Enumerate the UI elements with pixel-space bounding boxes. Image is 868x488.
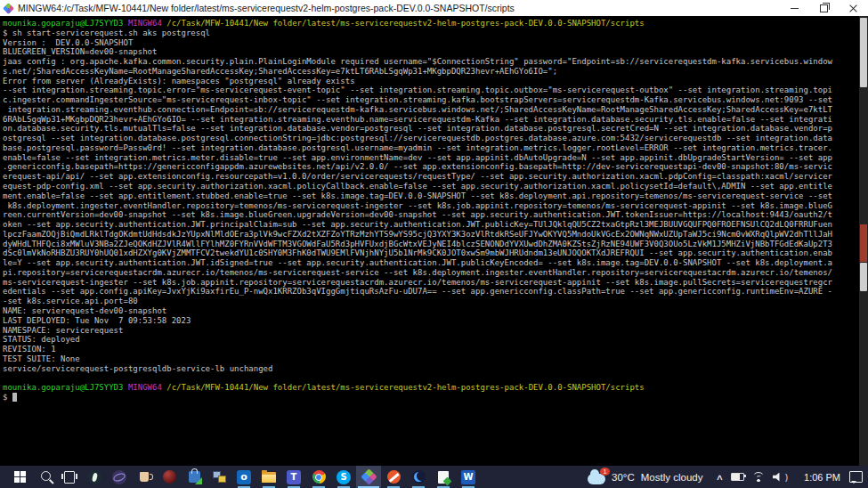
minimize-icon (791, 8, 799, 9)
wifi-icon[interactable] (752, 472, 765, 482)
terminal-line: erequest-api/api/ --set app.extensioncon… (3, 172, 857, 182)
restore-button[interactable] (809, 0, 839, 16)
terminal-line: s.net/;SharedAccessKeyName=RootManageSha… (3, 67, 857, 77)
notes-app-icon[interactable] (431, 466, 456, 488)
terminal-line: c.ingester.commandIngesterSource="ms-ser… (3, 95, 857, 105)
tray-expand-icon[interactable]: ∧ (716, 473, 724, 482)
terminal-line: dSc0lmVkNoRHBZU3RUY0hUQ01xdHZXYg0KVjZMMT… (3, 248, 857, 258)
taskbar-clock[interactable]: 1:06 PM (795, 472, 849, 483)
terminal-line: -set k8s.service.api.port=80 (3, 297, 857, 306)
restore-icon (820, 4, 828, 12)
terminal-line: NAMESPACE: servicerequest (3, 326, 857, 336)
skype-app-icon[interactable]: S (331, 466, 356, 488)
terminal-line: Version : DEV.0.0-SNAPSHOT (3, 38, 857, 48)
volume-icon[interactable] (773, 473, 783, 482)
volume-wave-icon: ) (785, 473, 788, 482)
terminal-line: dyWHdLTHFQci8xMWluV3NBa2ZJeQOKdHZJVlR4Wl… (3, 240, 857, 249)
terminal-line: ment.enable=false --set app.entitlement.… (3, 191, 857, 201)
terminal-line: $ sh start-servicerequest.sh aks postgre… (3, 28, 857, 38)
mingw64-terminal-glyph (361, 468, 377, 484)
terminal-line: 6RAbLSgqWp31+MKgbpDQR23hevr+AEhGYo6IO= -… (3, 115, 857, 125)
task-view-glyph (64, 471, 75, 484)
terminal-line: mounika.goparaju@LJ7SYYD3 MINGW64 /c/Tas… (3, 383, 857, 393)
weather-temperature: 30°C (612, 472, 635, 483)
teams-app-glyph: T (287, 470, 301, 484)
terminal-line: integration.streaming.eventhub.connectio… (3, 105, 857, 115)
scrollbar-thumb-segment (860, 263, 867, 291)
terminal-line: LAST DEPLOYED: Tue Nov 7 09:53:58 2023 (3, 316, 857, 326)
window-titlebar[interactable]: MINGW64:/c/Task/MFW-10441/New folder/lat… (0, 0, 868, 16)
terminal-line: Error from server (AlreadyExists): names… (3, 77, 857, 86)
eclipse-app-icon[interactable] (107, 466, 132, 488)
terminal-scrollbar[interactable] (859, 16, 868, 466)
skype-app-glyph: S (337, 470, 351, 484)
teams-app-icon[interactable]: T (281, 466, 306, 488)
crescent-moon-app-icon[interactable] (406, 466, 431, 488)
search-icon[interactable] (32, 466, 57, 488)
compass-app-icon[interactable] (82, 466, 107, 488)
terminal-line: service/servicerequest-postgresqldb-serv… (3, 364, 857, 374)
close-button[interactable] (839, 0, 868, 16)
task-view-icon[interactable] (57, 466, 82, 488)
outlook-app-icon[interactable]: o (231, 466, 256, 488)
red-globe-app-icon[interactable] (157, 466, 182, 488)
terminal-line: k8s.deployment.ingester.eventHandler.rep… (3, 201, 857, 211)
notes-app-glyph (438, 471, 449, 484)
taskbar-icons: oTSW (7, 466, 481, 488)
terminal-line: oken --set app.security.authentication.J… (3, 220, 857, 230)
file-explorer-icon[interactable] (256, 466, 281, 488)
terminal-line: ms-servicerequest-ingester --set k8s.job… (3, 278, 857, 288)
winscp-app-icon[interactable] (182, 466, 207, 488)
orange-slash-app-icon[interactable] (381, 466, 406, 488)
mug-app-icon[interactable] (132, 466, 157, 488)
weather-widget[interactable]: 1 30°C Mostly cloudy (582, 466, 708, 488)
putty-app-glyph (213, 471, 226, 483)
mingw64-app-icon (3, 3, 14, 14)
crescent-moon-app-glyph (412, 470, 426, 484)
terminal-line: on.database.security.tls.mutualTls=false… (3, 124, 857, 134)
terminal-line: TEST SUITE: None (3, 354, 857, 364)
start-button[interactable] (7, 466, 32, 488)
terminal-line: NAME: servierequest-dev00-snapshot (3, 306, 857, 316)
terminal-line: base.postgresql.password=Passw0rd! --set… (3, 143, 857, 153)
file-explorer-glyph (262, 472, 276, 483)
terminal-line: ostgresql --set integration.database.pos… (3, 134, 857, 143)
action-center-icon[interactable] (849, 471, 863, 483)
putty-app-icon[interactable] (207, 466, 231, 488)
terminal-line: REVISION: 1 (3, 345, 857, 354)
mug-app-glyph (140, 472, 149, 482)
terminal-line (3, 373, 857, 383)
word-app-icon[interactable]: W (456, 466, 481, 488)
terminal-line: jaas config : org.apache.kafka.common.se… (3, 57, 857, 67)
eclipse-app-glyph (112, 470, 126, 484)
close-icon (849, 4, 857, 12)
compass-app-glyph (87, 470, 101, 484)
system-tray: ∧ ) (708, 466, 795, 488)
minimize-button[interactable] (780, 0, 809, 16)
terminal-line: equest-pdp-config.xml --set app.security… (3, 182, 857, 191)
winscp-app-glyph (189, 471, 200, 483)
battery-icon[interactable] (731, 473, 744, 481)
terminal[interactable]: mounika.goparaju@LJ7SYYD3 MINGW64 /c/Tas… (0, 16, 868, 466)
terminal-line: .genericconfig.basepath=https://genericc… (3, 162, 857, 172)
weather-condition: Mostly cloudy (641, 472, 703, 483)
scrollbar-thumb[interactable] (860, 18, 867, 87)
terminal-line: BLUEGREEN_VERSION=dev00-snapshot (3, 47, 857, 57)
terminal-line: mounika.goparaju@LJ7SYYD3 MINGW64 /c/Tas… (3, 19, 857, 28)
window-title: MINGW64:/c/Task/MFW-10441/New folder/lat… (18, 3, 780, 13)
chrome-app-icon[interactable] (306, 466, 331, 488)
terminal-line: pi.repository=servicerequestacrdm.azurec… (3, 268, 857, 278)
desktop: MINGW64:/c/Task/MFW-10441/New folder/lat… (0, 0, 868, 488)
chrome-app-glyph (312, 470, 326, 484)
start-glyph (14, 471, 26, 483)
terminal-cursor (12, 393, 17, 402)
scrollbar-marker (860, 224, 867, 262)
mingw64-terminal-icon[interactable] (356, 466, 381, 488)
orange-slash-app-glyph (387, 470, 401, 484)
search-glyph (41, 471, 51, 481)
notification-badge: 1 (600, 468, 610, 476)
terminal-line: enable=false --set integration.metrics.m… (3, 153, 857, 163)
terminal-line: lpczFaamZOQjBiQmdLRklTdgOKdmtUdHdsdkJzYU… (3, 230, 857, 240)
weather-cloud-icon: 1 (588, 474, 605, 484)
terminal-line: STATUS: deployed (3, 335, 857, 345)
